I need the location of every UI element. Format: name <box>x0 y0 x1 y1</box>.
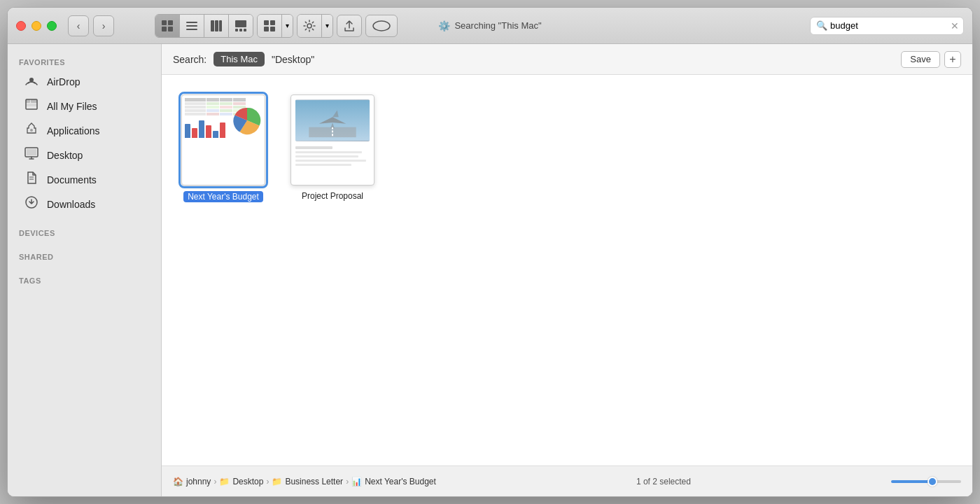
search-this-mac-button[interactable]: This Mac <box>214 52 265 66</box>
add-search-criteria-button[interactable]: + <box>944 51 961 68</box>
sidebar-item-desktop[interactable]: Desktop <box>12 143 157 167</box>
devices-header: Devices <box>8 223 161 240</box>
breadcrumb-budget-label[interactable]: Next Year's Budget <box>365 477 436 486</box>
breadcrumb-folder-icon-1: 📁 <box>219 477 230 486</box>
svg-rect-2 <box>162 27 167 31</box>
svg-rect-13 <box>244 29 246 31</box>
tags-header: Tags <box>8 271 161 288</box>
icon-view-button[interactable] <box>155 15 180 37</box>
svg-rect-23 <box>31 99 37 103</box>
nav-buttons: ‹ › <box>68 15 114 36</box>
share-button[interactable] <box>337 15 362 37</box>
airdrop-icon <box>23 73 40 90</box>
minimize-button[interactable] <box>31 21 41 31</box>
back-button[interactable]: ‹ <box>68 15 89 36</box>
svg-rect-10 <box>235 20 246 27</box>
breadcrumb-spreadsheet-icon: 📊 <box>351 477 362 486</box>
gallery-view-button[interactable] <box>229 15 253 37</box>
search-label: Search: <box>173 54 206 65</box>
breadcrumb-sep-3: › <box>346 477 349 486</box>
downloads-icon <box>23 195 40 213</box>
breadcrumb-sep-1: › <box>214 477 216 486</box>
proposal-filename: Project Proposal <box>302 191 363 201</box>
forward-button[interactable]: › <box>93 15 114 36</box>
list-view-button[interactable] <box>180 15 204 37</box>
svg-rect-8 <box>215 20 218 31</box>
airdrop-label: AirDrop <box>47 76 80 88</box>
finder-window: ‹ › ⚙️ Searching "This Mac" <box>7 7 973 497</box>
search-actions: Save + <box>901 51 961 68</box>
search-desktop-scope[interactable]: "Desktop" <box>272 54 314 65</box>
sidebar-item-documents[interactable]: Documents <box>12 167 157 192</box>
column-view-button[interactable] <box>204 15 229 37</box>
content-area: Favorites AirDrop <box>8 44 972 496</box>
file-item-budget[interactable]: Next Year's Budget <box>176 89 271 208</box>
svg-rect-15 <box>270 20 275 25</box>
zoom-slider[interactable] <box>891 480 961 483</box>
svg-point-25 <box>30 129 33 132</box>
search-icon: 🔍 <box>816 20 827 31</box>
search-bar[interactable]: 🔍 ✕ <box>810 17 964 35</box>
file-item-proposal[interactable]: Project Proposal <box>285 89 380 208</box>
documents-icon <box>23 171 40 188</box>
svg-rect-16 <box>264 27 269 31</box>
tag-button[interactable] <box>365 15 398 37</box>
svg-rect-12 <box>239 29 242 31</box>
sidebar-item-all-files[interactable]: All My Files <box>12 94 157 118</box>
svg-rect-6 <box>186 29 197 30</box>
search-container: 🔍 ✕ <box>810 17 964 35</box>
close-button[interactable] <box>16 21 26 31</box>
group-icon[interactable] <box>258 15 281 37</box>
applications-icon <box>23 122 40 139</box>
search-clear-button[interactable]: ✕ <box>951 20 959 31</box>
svg-rect-17 <box>270 27 275 31</box>
group-arrow[interactable]: ▾ <box>281 15 293 37</box>
svg-point-18 <box>307 24 312 28</box>
svg-rect-0 <box>162 20 167 25</box>
svg-rect-14 <box>264 20 269 25</box>
desktop-icon <box>23 146 40 164</box>
status-bar: 🏠 johnny › 📁 Desktop › 📁 Business Letter… <box>162 465 972 496</box>
downloads-label: Downloads <box>47 199 95 210</box>
pie-chart <box>232 106 262 135</box>
status-text: 1 of 2 selected <box>436 477 891 486</box>
svg-rect-3 <box>168 27 173 31</box>
applications-label: Applications <box>47 125 100 136</box>
sidebar: Favorites AirDrop <box>8 44 162 496</box>
svg-rect-4 <box>186 22 197 23</box>
sidebar-item-airdrop[interactable]: AirDrop <box>12 69 157 94</box>
search-scope-bar: Search: This Mac "Desktop" Save + <box>162 44 972 75</box>
search-input[interactable] <box>830 20 948 31</box>
documents-label: Documents <box>47 174 97 186</box>
gear-button[interactable]: ▾ <box>297 14 333 38</box>
svg-rect-27 <box>27 149 36 155</box>
budget-thumbnail <box>181 94 265 186</box>
sidebar-item-downloads[interactable]: Downloads <box>12 192 157 216</box>
sidebar-item-applications[interactable]: Applications <box>12 118 157 143</box>
window-title: ⚙️ Searching "This Mac" <box>438 20 541 31</box>
breadcrumb-desktop-label[interactable]: Desktop <box>232 477 263 486</box>
breadcrumb-folder-icon-2: 📁 <box>272 477 282 486</box>
breadcrumb-business-letter-label[interactable]: Business Letter <box>285 477 343 486</box>
zoom-slider-area <box>891 480 961 483</box>
svg-point-19 <box>373 21 390 31</box>
save-search-button[interactable]: Save <box>901 51 940 68</box>
favorites-header: Favorites <box>8 52 161 69</box>
gear-action-arrow[interactable]: ▾ <box>321 15 332 37</box>
shared-header: Shared <box>8 247 161 264</box>
titlebar: ‹ › ⚙️ Searching "This Mac" <box>8 8 972 44</box>
traffic-lights <box>16 21 57 31</box>
group-button[interactable]: ▾ <box>257 14 293 38</box>
breadcrumb-home-icon: 🏠 <box>173 477 183 486</box>
proposal-thumbnail <box>290 94 374 186</box>
toolbar: ▾ ▾ <box>155 14 398 38</box>
gear-action-icon[interactable] <box>298 15 321 37</box>
breadcrumb-sep-2: › <box>266 477 269 486</box>
desktop-label: Desktop <box>47 150 83 161</box>
svg-rect-5 <box>186 25 197 27</box>
svg-rect-24 <box>26 104 37 106</box>
breadcrumb: 🏠 johnny › 📁 Desktop › 📁 Business Letter… <box>173 477 436 486</box>
view-buttons <box>155 14 253 38</box>
maximize-button[interactable] <box>47 21 57 31</box>
breadcrumb-home-label[interactable]: johnny <box>186 477 211 486</box>
